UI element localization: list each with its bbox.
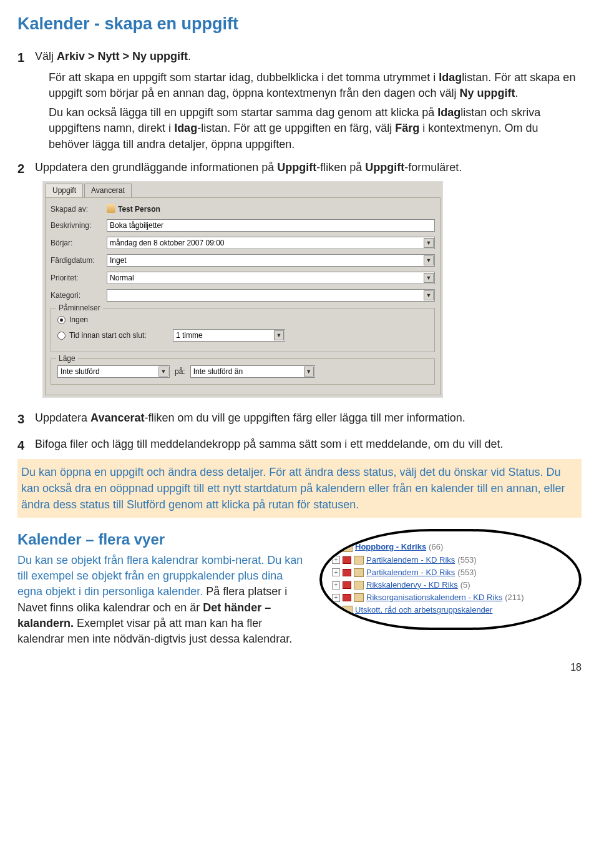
step-3: 3 Uppdatera Avancerat-fliken om du vill …	[17, 410, 582, 428]
label-pa: på:	[175, 367, 185, 377]
tree-row[interactable]: + Partikalendern - KD Riks (553)	[332, 555, 565, 566]
flag-icon	[343, 581, 351, 589]
tree-row[interactable]: + Riksorganisationskalendern - KD Riks (…	[332, 592, 565, 603]
expand-icon[interactable]: +	[332, 581, 340, 589]
page-title: Kalender - skapa en uppgift	[17, 12, 582, 36]
flag-icon	[343, 569, 351, 576]
step-body: Bifoga filer och lägg till meddelandekro…	[35, 436, 582, 452]
cal-name: Hoppborg - Kdriks	[355, 541, 426, 553]
bold: Uppgift	[277, 161, 316, 174]
step-4: 4 Bifoga filer och lägg till meddelandek…	[17, 436, 582, 454]
cal-name: Partikalendern - KD Riks	[366, 567, 455, 578]
legend-lage: Läge	[56, 353, 78, 364]
radio-ingen[interactable]	[57, 316, 66, 324]
bold: Idag	[439, 71, 462, 84]
label-tid-innan: Tid innan start och slut:	[69, 330, 169, 341]
value-skapad: Test Person	[118, 205, 160, 214]
cal-count: (211)	[505, 592, 524, 603]
person-icon	[107, 204, 115, 213]
label-ingen: Ingen	[69, 315, 88, 325]
hint-box: Du kan öppna en uppgift och ändra dess d…	[17, 459, 582, 518]
bold: Färg	[395, 122, 419, 134]
step-number: 3	[17, 410, 35, 428]
tree-row[interactable]: + Rikskalendervy - KD Riks (5)	[332, 579, 565, 591]
bold: Idag	[174, 122, 197, 134]
select-kategori[interactable]	[107, 289, 435, 302]
text: Bifoga filer och lägg till meddelandekro…	[35, 438, 503, 450]
select-prioritet[interactable]	[107, 272, 435, 284]
step-number: 2	[17, 160, 35, 177]
label-borjar: Börjar:	[51, 238, 107, 249]
tree-row[interactable]: Hoppborg - Kdriks (66)	[332, 541, 565, 553]
flag-icon	[343, 556, 351, 564]
tree-row[interactable]: + Partikalendern - KD Riks (553)	[332, 567, 565, 578]
tab-uppgift[interactable]: Uppgift	[46, 184, 83, 197]
bold: Avancerat	[90, 412, 144, 424]
tab-avancerat[interactable]: Avancerat	[84, 184, 132, 197]
menu-path: Arkiv > Nytt > Ny uppgift	[57, 50, 188, 62]
text: Uppdatera den grundläggande informatione…	[35, 161, 277, 174]
cal-name: Rikskalendervy - KD Riks	[366, 579, 458, 591]
label-fardig: Färdigdatum:	[51, 255, 107, 266]
bold: Ny uppgift	[459, 87, 515, 99]
calendar-icon	[354, 568, 364, 577]
paragraph: För att skapa en uppgift som startar ida…	[49, 70, 582, 101]
input-beskrivning[interactable]	[107, 219, 435, 232]
label-kategori: Kategori:	[51, 290, 107, 301]
select-lage[interactable]	[57, 365, 170, 378]
step-number: 1	[17, 49, 35, 66]
text: Du kan också lägga till en uppgift som s…	[49, 106, 437, 119]
cal-count: (553)	[457, 555, 476, 566]
step-body: Uppdatera den grundläggande informatione…	[35, 160, 582, 175]
label-skapad: Skapad av:	[51, 204, 107, 215]
cal-count: (66)	[429, 541, 443, 553]
label-prioritet: Prioritet:	[51, 273, 107, 284]
calendar-tree-screenshot: Hoppborg - Kdriks (66) + Partikalendern …	[319, 529, 582, 629]
step-1: 1 Välj Arkiv > Nytt > Ny uppgift.	[17, 49, 582, 66]
expand-icon[interactable]: +	[332, 556, 340, 564]
paragraph: Du kan se objekt från flera kalendrar ko…	[17, 553, 308, 647]
label-beskrivning: Beskrivning:	[51, 220, 107, 231]
tab-bar: Uppgift Avancerat	[43, 182, 442, 197]
radio-tid-innan[interactable]	[57, 332, 66, 340]
text: -listan. För att ge uppgiften en färg, v…	[197, 122, 395, 134]
task-form-screenshot: Uppgift Avancerat Skapad av: Test Person…	[42, 181, 443, 398]
calendar-icon	[343, 606, 353, 614]
step-2: 2 Uppdatera den grundläggande informatio…	[17, 160, 582, 177]
tree-row[interactable]: Utskott, råd och arbetsgruppskalender	[332, 604, 565, 616]
text: .	[188, 50, 191, 62]
text: -fliken på	[316, 161, 365, 174]
text: För att skapa en uppgift som startar ida…	[49, 71, 439, 84]
cal-name: Riksorganisationskalendern - KD Riks	[366, 592, 502, 603]
bold: Idag	[437, 106, 460, 119]
select-tid-innan[interactable]	[173, 329, 285, 342]
step-body: Välj Arkiv > Nytt > Ny uppgift.	[35, 49, 582, 64]
section-title: Kalender – flera vyer	[17, 529, 308, 550]
bold: Uppgift	[365, 161, 404, 174]
step-body: Uppdatera Avancerat-fliken om du vill ge…	[35, 410, 582, 426]
legend-paminnelser: Påminnelser	[56, 303, 103, 313]
calendar-icon	[354, 556, 364, 565]
input-borjar[interactable]	[107, 237, 435, 249]
calendar-icon	[354, 593, 364, 602]
input-fardig[interactable]	[107, 254, 435, 267]
paragraph: Du kan också lägga till en uppgift som s…	[49, 105, 582, 152]
page-number: 18	[17, 661, 582, 674]
step-number: 4	[17, 436, 35, 454]
text: -formuläret.	[404, 161, 462, 174]
cal-count: (553)	[457, 567, 476, 578]
cal-count: (5)	[460, 579, 470, 591]
fieldset-paminnelser: Påminnelser Ingen Tid innan start och sl…	[51, 308, 435, 352]
text: Välj	[35, 50, 57, 62]
flag-icon	[343, 594, 351, 601]
expand-icon[interactable]: +	[332, 594, 340, 602]
cal-name: Utskott, råd och arbetsgruppskalender	[355, 604, 492, 616]
cal-name: Partikalendern - KD Riks	[366, 555, 455, 566]
select-pa[interactable]	[190, 365, 315, 378]
calendar-icon	[354, 581, 364, 589]
text: Uppdatera	[35, 412, 90, 424]
calendar-icon	[343, 543, 353, 552]
text: .	[515, 87, 518, 99]
expand-icon[interactable]: +	[332, 568, 340, 576]
text: -fliken om du vill ge uppgiften färg ell…	[144, 412, 465, 424]
